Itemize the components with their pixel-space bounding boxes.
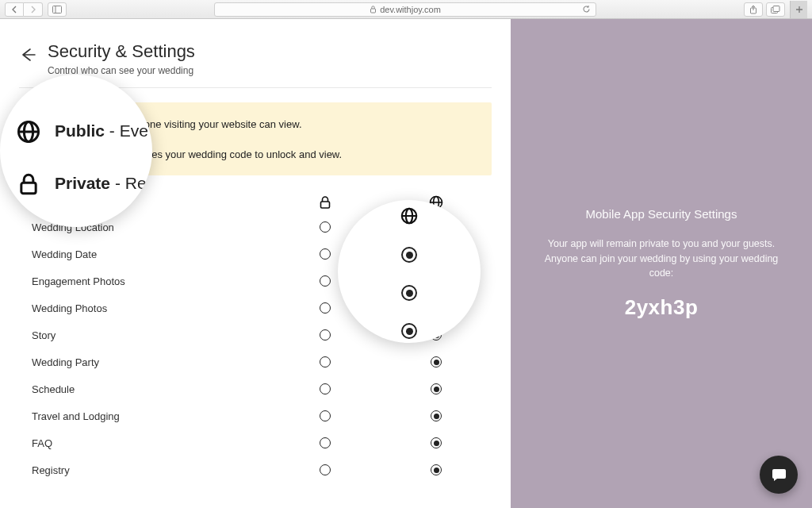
radio-public[interactable] [431, 410, 442, 421]
row-label: Schedule [32, 383, 270, 395]
table-row: Wedding Location [32, 214, 492, 241]
row-label: Engagement Photos [32, 275, 270, 287]
radio-private[interactable] [320, 464, 331, 475]
nav-forward-button[interactable] [24, 2, 43, 17]
radio-private[interactable] [320, 383, 331, 394]
url-text: dev.withjoy.com [380, 5, 441, 14]
svg-rect-5 [773, 6, 779, 11]
wedding-code: 2yxh3p [625, 295, 699, 320]
page-subtitle: Control who can see your wedding [48, 65, 195, 76]
radio-private[interactable] [320, 437, 331, 448]
tabs-button[interactable] [766, 2, 785, 17]
back-button[interactable] [19, 46, 36, 64]
svg-point-15 [24, 122, 33, 142]
row-label: Wedding Photos [32, 302, 270, 314]
row-label: Registry [32, 464, 270, 476]
mobile-panel-title: Mobile App Security Settings [586, 207, 737, 221]
mobile-panel-body: Your app will remain private to you and … [533, 237, 790, 281]
table-row: Wedding Photos [32, 294, 492, 321]
table-row: Wedding Party [32, 348, 492, 375]
radio-public[interactable] [431, 464, 442, 475]
address-bar[interactable]: dev.withjoy.com [214, 2, 596, 17]
svg-rect-9 [56, 153, 64, 160]
svg-rect-10 [321, 202, 330, 208]
svg-rect-2 [371, 9, 376, 13]
table-row: Engagement Photos [32, 267, 492, 294]
row-label: Wedding Party [32, 356, 270, 368]
chat-button[interactable] [760, 456, 798, 494]
new-tab-button[interactable] [790, 1, 807, 18]
radio-public[interactable] [431, 221, 442, 233]
chat-icon [770, 466, 787, 483]
row-label: Story [32, 329, 270, 341]
radio-public[interactable] [431, 302, 442, 314]
table-row: FAQ [32, 429, 492, 456]
table-row: Registry [32, 456, 492, 483]
share-button[interactable] [744, 2, 763, 17]
column-private-icon [270, 195, 381, 210]
table-row: Wedding Date [32, 241, 492, 267]
row-label: Travel and Lodging [32, 410, 270, 422]
radio-private[interactable] [320, 275, 331, 287]
private-text: Private - Requires your wedding code to … [78, 148, 342, 160]
radio-private[interactable] [320, 410, 331, 421]
radio-private[interactable] [320, 329, 331, 341]
radio-public[interactable] [431, 437, 442, 448]
row-label: FAQ [32, 437, 270, 449]
radio-public[interactable] [431, 383, 442, 394]
page-title: Security & Settings [48, 41, 195, 62]
public-text: Public - Everyone visiting your website … [78, 118, 302, 130]
table-row: Schedule [32, 375, 492, 402]
radio-public[interactable] [431, 248, 442, 260]
nav-back-button[interactable] [5, 2, 24, 17]
table-row: Travel and Lodging [32, 402, 492, 429]
table-row: Story [32, 321, 492, 348]
browser-toolbar: dev.withjoy.com [0, 0, 812, 19]
sidebar-toggle-button[interactable] [48, 2, 67, 17]
radio-private[interactable] [320, 221, 331, 233]
divider [19, 87, 492, 88]
globe-icon [52, 117, 67, 131]
row-label: Wedding Location [32, 221, 270, 233]
radio-public[interactable] [431, 329, 442, 341]
radio-public[interactable] [431, 356, 442, 368]
lock-icon [52, 147, 67, 161]
settings-panel: Security & Settings Control who can see … [0, 19, 511, 508]
reload-icon[interactable] [582, 5, 591, 13]
radio-private[interactable] [320, 248, 331, 260]
mobile-security-panel: Mobile App Security Settings Your app wi… [511, 19, 812, 508]
visibility-table: Wedding LocationWedding DateEngagement P… [32, 191, 492, 483]
radio-private[interactable] [320, 356, 331, 368]
lock-icon [370, 6, 377, 13]
radio-private[interactable] [320, 302, 331, 314]
row-label: Wedding Date [32, 248, 270, 260]
svg-rect-0 [53, 6, 62, 13]
visibility-explainer: Public - Everyone visiting your website … [35, 102, 492, 175]
column-public-icon [381, 195, 492, 210]
radio-public[interactable] [431, 275, 442, 287]
